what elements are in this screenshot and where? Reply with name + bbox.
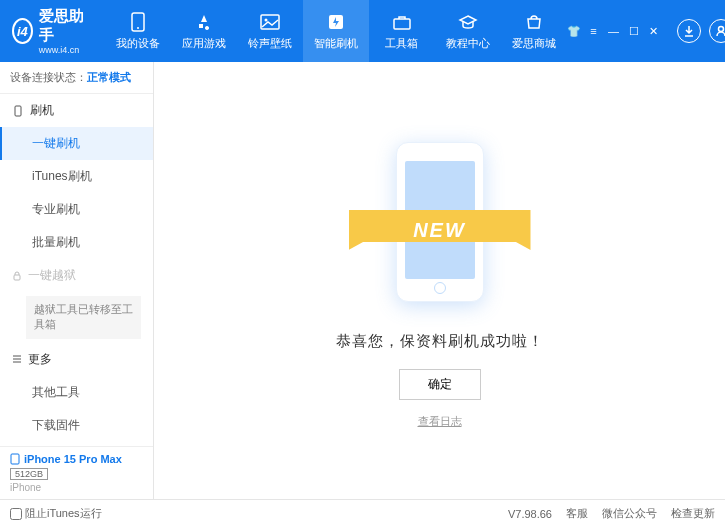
sidebar-item-itunes[interactable]: iTunes刷机 — [0, 160, 153, 193]
tab-ringtones[interactable]: 铃声壁纸 — [237, 0, 303, 62]
maximize-icon[interactable]: ☐ — [627, 24, 641, 38]
svg-point-1 — [137, 27, 139, 29]
check-block-itunes[interactable]: 阻止iTunes运行 — [10, 506, 102, 521]
tab-toolbox[interactable]: 工具箱 — [369, 0, 435, 62]
section-flash[interactable]: 刷机 — [0, 94, 153, 127]
apps-icon — [193, 11, 215, 33]
image-icon — [259, 11, 281, 33]
sidebar-item-oneclick[interactable]: 一键刷机 — [0, 127, 153, 160]
download-button[interactable] — [677, 19, 701, 43]
footer: 阻止iTunes运行 V7.98.66 客服 微信公众号 检查更新 — [0, 499, 725, 527]
tab-apps[interactable]: 应用游戏 — [171, 0, 237, 62]
graduate-icon — [457, 11, 479, 33]
tab-my-device[interactable]: 我的设备 — [105, 0, 171, 62]
success-message: 恭喜您，保资料刷机成功啦！ — [336, 332, 544, 351]
ok-button[interactable]: 确定 — [399, 369, 481, 400]
menu-icon[interactable]: ≡ — [587, 24, 601, 38]
device-name: iPhone 15 Pro Max — [24, 453, 122, 465]
sidebar: 设备连接状态：正常模式 刷机 一键刷机 iTunes刷机 专业刷机 批量刷机 一… — [0, 62, 154, 499]
svg-rect-9 — [11, 454, 19, 464]
close-icon[interactable]: ✕ — [647, 24, 661, 38]
sidebar-item-pro[interactable]: 专业刷机 — [0, 193, 153, 226]
phone-small-icon — [12, 105, 24, 117]
header-right: 👕 ≡ — ☐ ✕ — [567, 19, 725, 43]
footer-link-wechat[interactable]: 微信公众号 — [602, 506, 657, 521]
success-illustration: NEW — [355, 132, 525, 317]
flash-icon — [325, 11, 347, 33]
sidebar-item-batch[interactable]: 批量刷机 — [0, 226, 153, 259]
toolbox-icon — [391, 11, 413, 33]
device-status: 设备连接状态：正常模式 — [0, 62, 153, 94]
sidebar-item-download[interactable]: 下载固件 — [0, 409, 153, 442]
version-label: V7.98.66 — [508, 508, 552, 520]
tab-smart-flash[interactable]: 智能刷机 — [303, 0, 369, 62]
svg-point-3 — [264, 19, 267, 22]
lock-icon — [12, 271, 22, 281]
device-icon — [10, 453, 20, 465]
app-title: 爱思助手 — [39, 7, 85, 45]
phone-icon — [127, 11, 149, 33]
view-log-link[interactable]: 查看日志 — [418, 414, 462, 429]
device-info: iPhone 15 Pro Max 512GB iPhone — [0, 446, 153, 499]
logo-icon: i4 — [12, 18, 33, 44]
section-more[interactable]: 更多 — [0, 343, 153, 376]
skin-icon[interactable]: 👕 — [567, 24, 581, 38]
footer-link-support[interactable]: 客服 — [566, 506, 588, 521]
svg-rect-5 — [394, 19, 410, 29]
app-url: www.i4.cn — [39, 45, 85, 55]
footer-link-update[interactable]: 检查更新 — [671, 506, 715, 521]
tab-store[interactable]: 爱思商城 — [501, 0, 567, 62]
app-header: i4 爱思助手 www.i4.cn 我的设备 应用游戏 铃声壁纸 智能刷机 工具… — [0, 0, 725, 62]
device-type: iPhone — [10, 482, 143, 493]
list-icon — [12, 354, 22, 364]
tab-tutorial[interactable]: 教程中心 — [435, 0, 501, 62]
minimize-icon[interactable]: — — [607, 24, 621, 38]
svg-rect-8 — [14, 275, 20, 280]
logo-area: i4 爱思助手 www.i4.cn — [12, 7, 85, 55]
svg-rect-7 — [15, 106, 21, 116]
user-button[interactable] — [709, 19, 725, 43]
main-content: NEW 恭喜您，保资料刷机成功啦！ 确定 查看日志 — [154, 62, 725, 499]
store-icon — [523, 11, 545, 33]
svg-point-6 — [718, 27, 723, 32]
section-jailbreak: 一键越狱 — [0, 259, 153, 292]
device-storage: 512GB — [10, 468, 48, 480]
nav-tabs: 我的设备 应用游戏 铃声壁纸 智能刷机 工具箱 教程中心 爱思商城 — [105, 0, 567, 62]
jailbreak-note: 越狱工具已转移至工具箱 — [26, 296, 141, 339]
sidebar-item-other[interactable]: 其他工具 — [0, 376, 153, 409]
